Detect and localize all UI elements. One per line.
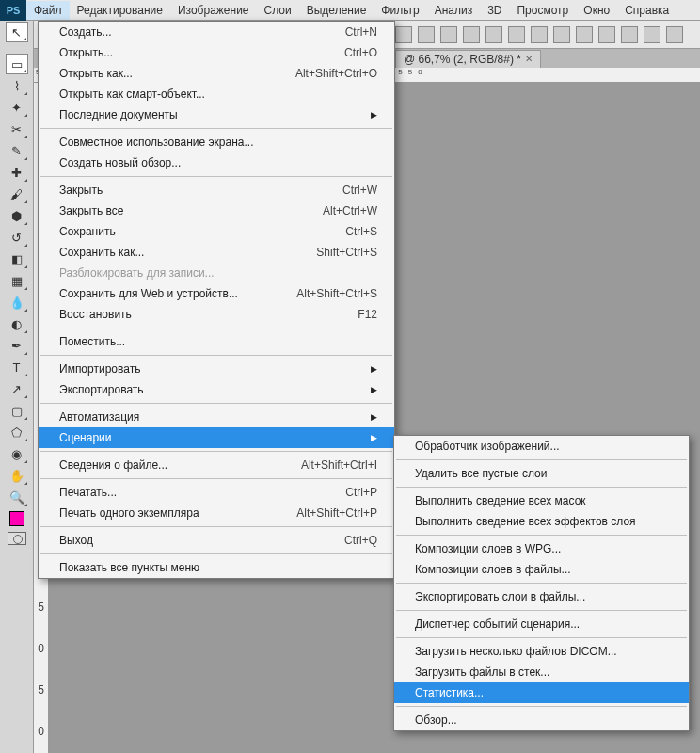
menu-item[interactable]: Поместить... bbox=[39, 331, 394, 352]
opt-icon[interactable] bbox=[395, 26, 412, 43]
tool-blur[interactable]: 💧 bbox=[6, 292, 28, 312]
opt-icon[interactable] bbox=[440, 26, 457, 43]
tool-pen[interactable]: ✒ bbox=[6, 335, 28, 356]
menu-item[interactable]: Открыть...Ctrl+O bbox=[39, 42, 394, 63]
opt-icon[interactable] bbox=[553, 26, 570, 43]
menu-item[interactable]: Закрыть всеAlt+Ctrl+W bbox=[39, 200, 394, 221]
menu-item[interactable]: Сценарии▶ bbox=[39, 427, 394, 448]
menu-item[interactable]: ЗакрытьCtrl+W bbox=[39, 180, 394, 200]
menu-item[interactable]: Показать все пункты меню bbox=[39, 557, 394, 578]
menu-edit[interactable]: Редактирование bbox=[70, 1, 170, 20]
menu-image[interactable]: Изображение bbox=[170, 1, 257, 20]
tool-path[interactable]: ↗ bbox=[6, 378, 28, 399]
tool-stamp[interactable]: ⬢ bbox=[6, 205, 28, 226]
opt-icon[interactable] bbox=[463, 26, 480, 43]
tool-dodge[interactable]: ◐ bbox=[6, 313, 28, 334]
tool-3d[interactable]: ⬠ bbox=[6, 422, 28, 442]
tool-marquee[interactable]: ▭ bbox=[6, 54, 28, 74]
opt-icon[interactable] bbox=[666, 26, 683, 43]
menu-item[interactable]: Печатать...Ctrl+P bbox=[39, 482, 394, 503]
opt-icon[interactable] bbox=[485, 26, 502, 43]
opt-icon[interactable] bbox=[508, 26, 525, 43]
tool-crop[interactable]: ✂ bbox=[6, 119, 28, 139]
menu-item[interactable]: ВосстановитьF12 bbox=[39, 304, 394, 325]
submenu-arrow-icon: ▶ bbox=[371, 412, 377, 422]
tool-history[interactable]: ↺ bbox=[6, 227, 28, 248]
opt-icon[interactable] bbox=[418, 26, 435, 43]
menu-separator bbox=[396, 637, 687, 638]
menu-item[interactable]: Открыть как смарт-объект... bbox=[39, 84, 394, 104]
menu-layers[interactable]: Слои bbox=[257, 1, 299, 20]
tool-brush[interactable]: 🖌 bbox=[6, 184, 28, 204]
menu-item[interactable]: Экспортировать слои в файлы... bbox=[394, 586, 689, 607]
tool-hand[interactable]: ✋ bbox=[6, 465, 28, 486]
menu-item[interactable]: Сохранить для Web и устройств...Alt+Shif… bbox=[39, 283, 394, 304]
menu-item-label: Выполнить сведение всех масок bbox=[415, 494, 586, 507]
menu-item-label: Сохранить bbox=[59, 225, 116, 238]
menu-file[interactable]: Файл bbox=[26, 1, 70, 20]
menu-item[interactable]: Удалить все пустые слои bbox=[394, 463, 689, 484]
foreground-color-swatch[interactable] bbox=[9, 511, 24, 526]
tool-heal[interactable]: ✚ bbox=[6, 162, 28, 183]
menu-help[interactable]: Справка bbox=[617, 1, 676, 20]
menu-item[interactable]: Печать одного экземпляраAlt+Shift+Ctrl+P bbox=[39, 503, 394, 523]
menu-view[interactable]: Просмотр bbox=[509, 1, 576, 20]
menu-item[interactable]: Экспортировать▶ bbox=[39, 379, 394, 400]
submenu-arrow-icon: ▶ bbox=[371, 433, 377, 442]
menu-filter[interactable]: Фильтр bbox=[374, 1, 426, 20]
menu-item-label: Закрыть все bbox=[59, 204, 123, 217]
menu-analysis[interactable]: Анализ bbox=[427, 1, 481, 20]
tool-move[interactable]: ↖ bbox=[6, 22, 28, 42]
close-icon[interactable]: ✕ bbox=[525, 54, 533, 64]
menu-item[interactable]: Выполнить сведение всех эффектов слоя bbox=[394, 511, 689, 532]
menu-item[interactable]: Выполнить сведение всех масок bbox=[394, 490, 689, 511]
menu-item-label: Печатать... bbox=[59, 486, 117, 499]
tool-eraser[interactable]: ◧ bbox=[6, 248, 28, 269]
document-tab[interactable]: @ 66,7% (2, RGB/8#) * ✕ bbox=[395, 50, 541, 68]
menu-select[interactable]: Выделение bbox=[299, 1, 374, 20]
menu-item[interactable]: Композиции слоев в файлы... bbox=[394, 559, 689, 580]
tool-wand[interactable]: ✦ bbox=[6, 97, 28, 118]
submenu-arrow-icon: ▶ bbox=[371, 364, 377, 374]
tool-3dcam[interactable]: ◉ bbox=[6, 443, 28, 464]
menu-item[interactable]: Обзор... bbox=[394, 710, 689, 730]
menu-item[interactable]: Автоматизация▶ bbox=[39, 407, 394, 427]
opt-icon[interactable] bbox=[621, 26, 638, 43]
menu-3d[interactable]: 3D bbox=[480, 1, 509, 20]
menu-item[interactable]: Композиции слоев в WPG... bbox=[394, 538, 689, 559]
menu-item-label: Открыть как... bbox=[59, 67, 133, 80]
tool-type[interactable]: T bbox=[6, 357, 28, 377]
menu-item-shortcut: Alt+Shift+Ctrl+P bbox=[296, 506, 377, 520]
menu-item[interactable]: Загрузить файлы в стек... bbox=[394, 662, 689, 682]
menu-item-label: Диспетчер событий сценария... bbox=[415, 617, 580, 631]
menu-separator bbox=[40, 526, 392, 527]
menu-item[interactable]: Совместное использование экрана... bbox=[39, 132, 394, 152]
menu-item[interactable]: ВыходCtrl+Q bbox=[39, 530, 394, 551]
menu-item-label: Загрузить файлы в стек... bbox=[415, 665, 549, 679]
quick-mask-icon[interactable] bbox=[8, 532, 26, 545]
opt-icon[interactable] bbox=[576, 26, 593, 43]
tool-eyedropper[interactable]: ✎ bbox=[6, 140, 28, 161]
opt-icon[interactable] bbox=[644, 26, 660, 43]
menu-item[interactable]: Обработчик изображений... bbox=[394, 436, 689, 457]
file-menu-dropdown: Создать...Ctrl+NОткрыть...Ctrl+OОткрыть … bbox=[38, 21, 395, 579]
menu-item[interactable]: Открыть как...Alt+Shift+Ctrl+O bbox=[39, 63, 394, 84]
opt-icon[interactable] bbox=[598, 26, 615, 43]
menu-item[interactable]: Загрузить несколько файлов DICOM... bbox=[394, 641, 689, 662]
menu-item[interactable]: СохранитьCtrl+S bbox=[39, 221, 394, 242]
menu-item[interactable]: Сохранить как...Shift+Ctrl+S bbox=[39, 242, 394, 263]
menu-window[interactable]: Окно bbox=[576, 1, 617, 20]
menu-item[interactable]: Сведения о файле...Alt+Shift+Ctrl+I bbox=[39, 455, 394, 475]
menu-item[interactable]: Создать...Ctrl+N bbox=[39, 22, 394, 42]
tool-gradient[interactable]: ▦ bbox=[6, 270, 28, 291]
menu-item[interactable]: Создать новый обзор... bbox=[39, 152, 394, 173]
menu-separator bbox=[40, 128, 392, 129]
menu-item[interactable]: Последние документы▶ bbox=[39, 104, 394, 125]
opt-icon[interactable] bbox=[531, 26, 548, 43]
tool-zoom[interactable]: 🔍 bbox=[6, 487, 28, 507]
tool-lasso[interactable]: ⌇ bbox=[6, 75, 28, 96]
menu-item[interactable]: Импортировать▶ bbox=[39, 359, 394, 379]
tool-shape[interactable]: ▢ bbox=[6, 400, 28, 421]
menu-item[interactable]: Диспетчер событий сценария... bbox=[394, 614, 689, 634]
menu-item[interactable]: Статистика... bbox=[394, 682, 689, 703]
